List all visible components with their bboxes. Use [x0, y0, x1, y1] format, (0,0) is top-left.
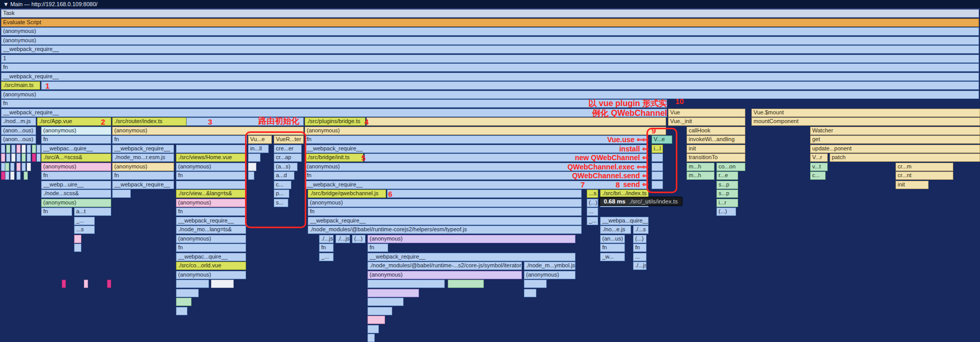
flame-bar[interactable]: [524, 289, 536, 297]
flame-bar[interactable]: __webpac...quire__: [176, 253, 246, 261]
flame-bar[interactable]: ./src/main.ts: [1, 81, 40, 90]
flame-bar[interactable]: [32, 145, 36, 153]
flame-bar[interactable]: ...: [633, 253, 646, 261]
flame-bar[interactable]: [367, 307, 392, 315]
flame-bar[interactable]: [524, 280, 547, 288]
flame-bar[interactable]: [176, 145, 246, 153]
flame-bar[interactable]: [5, 172, 9, 180]
flame-bar[interactable]: fn: [319, 244, 334, 252]
flame-bar[interactable]: v...t: [810, 163, 828, 171]
flame-bar[interactable]: [41, 81, 979, 90]
flame-bar[interactable]: __webpack_require__: [367, 253, 575, 261]
flame-bar[interactable]: [1, 172, 5, 180]
flame-bar[interactable]: cr...nt: [896, 172, 953, 180]
flame-bar[interactable]: __webpack_require__: [112, 181, 174, 189]
flame-bar[interactable]: ...s: [587, 190, 598, 198]
flame-bar[interactable]: [84, 280, 88, 288]
flame-bar[interactable]: _w...: [600, 253, 625, 261]
flame-bar[interactable]: [367, 280, 445, 288]
flame-bar[interactable]: r...e: [716, 172, 738, 180]
flame-bar[interactable]: [112, 190, 131, 198]
flame-bar[interactable]: __webpack_require__: [308, 217, 582, 225]
flame-bar[interactable]: mountComponent: [751, 117, 980, 126]
flame-bar[interactable]: [366, 117, 666, 126]
flame-bar[interactable]: [1, 145, 5, 153]
flame-bar[interactable]: fn: [41, 135, 111, 144]
flame-bar[interactable]: _...: [74, 217, 95, 225]
flame-bar[interactable]: cr...m: [896, 163, 953, 171]
flame-bar[interactable]: [367, 316, 385, 324]
flame-bar[interactable]: [24, 172, 28, 180]
flame-bar[interactable]: (anonymous): [367, 271, 522, 279]
flame-bar[interactable]: (anon...ous): [1, 135, 36, 144]
flame-bar[interactable]: (anonymous): [305, 127, 666, 135]
flame-bar[interactable]: ./node...scss&: [41, 190, 111, 198]
flame-bar[interactable]: s...p: [716, 181, 738, 189]
flame-bar[interactable]: ./...s: [633, 226, 649, 234]
flame-bar[interactable]: ./nod...m.js: [1, 117, 36, 126]
flame-bar[interactable]: ./node_mo...lang=ts&: [176, 226, 246, 234]
flame-bar[interactable]: [367, 325, 379, 333]
flame-bar[interactable]: fn: [176, 172, 246, 180]
flame-bar[interactable]: (anonymous): [367, 235, 575, 243]
flame-bar[interactable]: [5, 163, 9, 171]
flame-bar[interactable]: [176, 280, 209, 288]
flame-bar[interactable]: ./...js: [319, 235, 334, 243]
flame-bar[interactable]: [32, 153, 36, 162]
flame-bar[interactable]: [27, 163, 31, 171]
flame-bar[interactable]: fn: [1, 63, 979, 72]
flame-bar[interactable]: (anonymous): [1, 91, 979, 99]
flame-bar[interactable]: (anonymous): [1, 27, 979, 36]
flame-bar[interactable]: ./src/bridge/init.ts: [305, 153, 363, 162]
flame-bar[interactable]: 1: [1, 55, 979, 63]
flame-bar[interactable]: ./src/bridge/qwebchannel.js: [308, 190, 386, 198]
flame-bar[interactable]: __webpack_require__: [176, 217, 246, 225]
flame-bar[interactable]: [6, 145, 10, 153]
flame-bar[interactable]: __webpack_require__: [1, 73, 979, 81]
flame-bar[interactable]: ./src/views/Home.vue: [176, 153, 246, 162]
flame-bar[interactable]: [11, 145, 15, 153]
flame-bar[interactable]: ...: [587, 208, 598, 216]
flame-bar[interactable]: s...p: [716, 190, 738, 198]
flame-bar[interactable]: (anonymous): [112, 163, 174, 171]
flame-bar[interactable]: Evaluate Script: [1, 19, 979, 27]
flame-bar[interactable]: (anonymous): [41, 163, 111, 171]
flame-bar[interactable]: Vue: [668, 109, 745, 117]
flame-bar[interactable]: [74, 235, 81, 243]
flame-bar[interactable]: __webpac...quire__: [41, 145, 111, 153]
flame-bar[interactable]: [176, 298, 191, 306]
flame-bar[interactable]: [27, 145, 31, 153]
flame-bar[interactable]: [22, 145, 26, 153]
flame-bar[interactable]: [107, 280, 111, 288]
flame-bar[interactable]: init: [896, 181, 929, 189]
flame-bar[interactable]: ./...js: [336, 235, 350, 243]
flame-bar[interactable]: [1, 163, 5, 171]
flame-bar[interactable]: fn: [1, 99, 667, 108]
flame-bar[interactable]: ./src/A...=scss&: [41, 153, 111, 162]
flame-bar[interactable]: ./node_mo...r.esm.js: [112, 153, 174, 162]
flame-bar[interactable]: (anonymous): [41, 199, 111, 207]
flame-bar[interactable]: fn: [633, 244, 646, 252]
flame-bar[interactable]: co...on: [716, 163, 745, 171]
flame-bar[interactable]: ./src/view...&lang=ts&: [176, 190, 246, 198]
flame-bar[interactable]: i...r: [716, 199, 738, 207]
flame-bar[interactable]: [1, 153, 5, 162]
flame-bar[interactable]: [10, 163, 14, 171]
flame-bar[interactable]: init: [687, 145, 745, 153]
flame-bar[interactable]: [27, 153, 31, 162]
flame-bar[interactable]: [10, 172, 14, 180]
flame-bar[interactable]: [176, 181, 246, 189]
flame-bar[interactable]: (anonymous): [41, 127, 111, 135]
flame-bar[interactable]: c...: [810, 172, 826, 180]
flame-bar[interactable]: Task: [1, 9, 979, 18]
track-title-bar[interactable]: ▼ Main — http://192.168.0.109:8080/: [0, 0, 980, 9]
flame-bar[interactable]: (anon...ous): [1, 127, 36, 135]
flame-bar[interactable]: [74, 244, 81, 252]
flame-bar[interactable]: (anonymous): [524, 271, 575, 279]
flame-bar[interactable]: [367, 289, 419, 297]
flame-bar[interactable]: (an...us): [600, 235, 625, 243]
flame-bar[interactable]: [16, 163, 21, 171]
flame-bar[interactable]: ./src/co...orld.vue: [176, 262, 246, 270]
flame-bar[interactable]: fn: [367, 244, 388, 252]
flame-bar[interactable]: __webpack_require__: [1, 109, 667, 117]
